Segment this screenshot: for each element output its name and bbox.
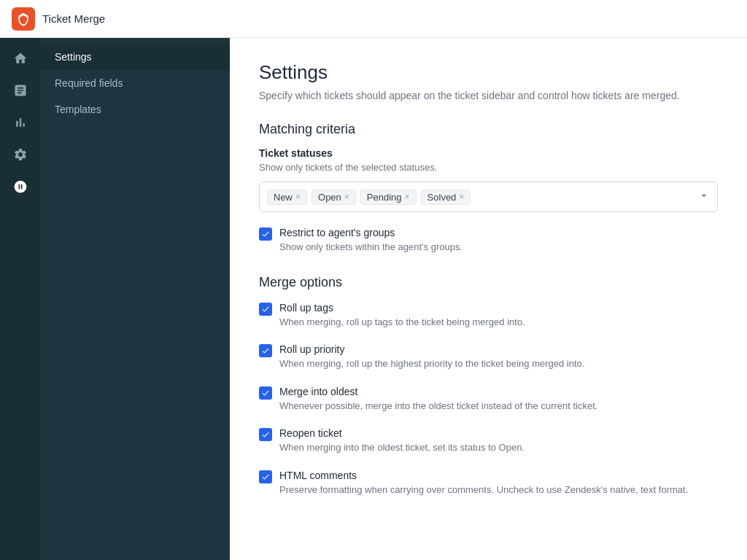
merge-into-oldest-item: Merge into oldest Whenever possible, mer… (259, 386, 718, 413)
tag-pending-close[interactable]: × (405, 192, 410, 201)
page-title: Settings (259, 61, 718, 84)
roll-up-priority-desc: When merging, roll up the highest priori… (279, 357, 584, 371)
ticket-statuses-selector[interactable]: New × Open × Pending × Solved × (259, 182, 718, 212)
page-subtitle: Specify which tickets should appear on t… (259, 90, 718, 101)
topbar: Ticket Merge (0, 0, 747, 38)
app-logo (12, 7, 35, 31)
html-comments-checkbox[interactable] (259, 470, 272, 483)
tag-solved-close[interactable]: × (459, 192, 464, 201)
tags-dropdown-chevron[interactable] (698, 190, 710, 204)
merge-options-group: Roll up tags When merging, roll up tags … (259, 302, 718, 497)
nav-home[interactable] (6, 44, 35, 73)
sidebar-item-templates[interactable]: Templates (40, 96, 230, 122)
reopen-ticket-label: Reopen ticket (279, 427, 525, 439)
sidebar-item-required-fields[interactable]: Required fields (40, 70, 230, 96)
tag-solved[interactable]: Solved × (421, 190, 471, 205)
app-title: Ticket Merge (42, 12, 105, 25)
tag-pending[interactable]: Pending × (360, 190, 417, 205)
roll-up-tags-desc: When merging, roll up tags to the ticket… (279, 315, 525, 330)
restrict-to-groups-checkbox[interactable] (259, 228, 272, 241)
icon-nav (0, 38, 40, 560)
roll-up-priority-item: Roll up priority When merging, roll up t… (259, 343, 718, 371)
merge-into-oldest-desc: Whenever possible, merge into the oldest… (279, 399, 597, 413)
ticket-statuses-label: Ticket statuses (259, 147, 718, 159)
nav-tickets[interactable] (6, 76, 35, 105)
roll-up-tags-label: Roll up tags (279, 302, 525, 314)
reopen-ticket-checkbox[interactable] (259, 428, 272, 441)
ticket-statuses-description: Show only tickets of the selected status… (259, 162, 718, 173)
nav-app[interactable] (6, 172, 35, 201)
matching-criteria-title: Matching criteria (259, 122, 718, 137)
reopen-ticket-desc: When merging into the oldest ticket, set… (279, 440, 525, 455)
html-comments-label: HTML comments (279, 470, 688, 481)
main-content: Settings Specify which tickets should ap… (230, 38, 747, 560)
nav-reports[interactable] (6, 108, 35, 137)
tag-new[interactable]: New × (267, 190, 307, 205)
roll-up-tags-item: Roll up tags When merging, roll up tags … (259, 302, 718, 330)
tag-open[interactable]: Open × (311, 190, 356, 205)
roll-up-tags-checkbox[interactable] (259, 303, 272, 316)
roll-up-priority-label: Roll up priority (279, 343, 584, 355)
tag-new-close[interactable]: × (295, 192, 301, 201)
restrict-to-groups-label: Restrict to agent's groups (279, 227, 462, 238)
nav-settings[interactable] (6, 140, 35, 169)
merge-into-oldest-label: Merge into oldest (279, 386, 597, 397)
reopen-ticket-item: Reopen ticket When merging into the olde… (259, 427, 718, 455)
merge-into-oldest-checkbox[interactable] (259, 386, 272, 400)
merge-options-title: Merge options (259, 275, 718, 290)
sidebar: Settings Required fields Templates (40, 38, 230, 560)
roll-up-priority-checkbox[interactable] (259, 344, 272, 357)
html-comments-item: HTML comments Preserve formatting when c… (259, 470, 718, 497)
restrict-to-groups-desc: Show only tickets within the agent's gro… (279, 240, 462, 254)
sidebar-item-settings[interactable]: Settings (40, 44, 230, 70)
tag-open-close[interactable]: × (344, 192, 349, 201)
restrict-to-groups-item: Restrict to agent's groups Show only tic… (259, 227, 718, 254)
html-comments-desc: Preserve formatting when carrying over c… (279, 483, 688, 497)
